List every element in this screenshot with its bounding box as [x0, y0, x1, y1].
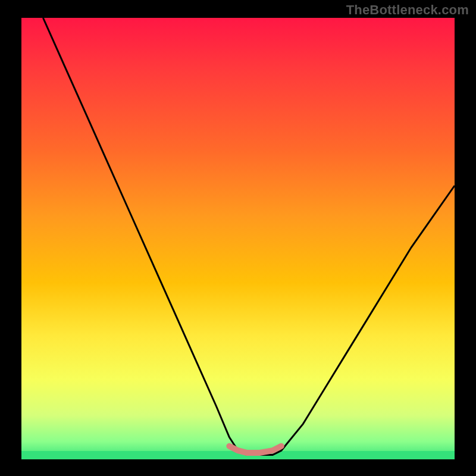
watermark-text: TheBottleneck.com [346, 2, 469, 18]
bottleneck-chart [0, 0, 476, 476]
chart-stage: TheBottleneck.com [0, 0, 476, 476]
plot-background [21, 18, 455, 459]
